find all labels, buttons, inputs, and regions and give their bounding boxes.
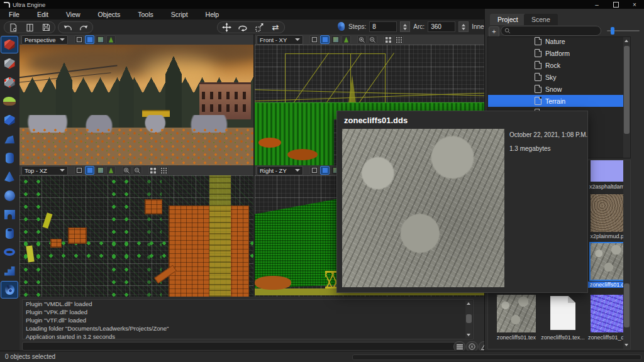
textured-mode-button[interactable] [96, 35, 105, 44]
wireframe-mode-button[interactable] [309, 166, 319, 175]
rotate-tool-button[interactable] [236, 23, 249, 32]
chevron-down-icon [295, 169, 300, 172]
undo-button[interactable] [61, 23, 74, 32]
grid-snap-button[interactable] [159, 166, 169, 175]
solid-mode-button[interactable] [85, 166, 94, 175]
spiral-primitive-button[interactable] [1, 281, 18, 299]
building-footprint [145, 199, 162, 214]
save-button[interactable] [40, 23, 52, 32]
close-button[interactable]: × [625, 0, 644, 9]
new-file-button[interactable] [7, 23, 19, 32]
torus-primitive-button[interactable] [1, 243, 18, 261]
log-lines-icon [457, 344, 463, 349]
terrain-tool-button[interactable] [1, 92, 18, 110]
scrollbar-thumb[interactable] [624, 46, 630, 134]
textured-mode-button[interactable] [96, 166, 105, 175]
thumbnail-zonecliffs01-tex-file[interactable] [543, 295, 582, 332]
asset-search-box[interactable] [501, 26, 601, 36]
wireframe-mode-button[interactable] [309, 35, 319, 44]
arch-primitive-button[interactable] [1, 206, 18, 223]
scrollbar-thumb[interactable] [624, 283, 630, 327]
perspective-view-dropdown[interactable]: Perspective [21, 35, 68, 45]
top-view-dropdown[interactable]: Top - XZ [21, 166, 68, 175]
grid-size-button[interactable] [384, 35, 393, 44]
solid-mode-button[interactable] [320, 166, 330, 175]
steps-input[interactable]: 8 [369, 21, 397, 32]
scroll-up-icon [625, 40, 628, 42]
stairs-primitive-button[interactable] [1, 262, 18, 280]
minimize-button[interactable]: – [587, 0, 606, 9]
wireframe-mode-button[interactable] [74, 35, 84, 44]
zoom-out-button[interactable] [368, 35, 377, 44]
front-viewport-header: Front - XY [255, 35, 484, 45]
menu-script[interactable]: Script [162, 11, 197, 18]
arc-input[interactable]: 360 [428, 21, 455, 32]
face-edit-tool-button[interactable] [1, 55, 18, 72]
maximize-button[interactable] [606, 0, 625, 9]
zoom-in-button[interactable] [122, 166, 131, 175]
textured-mode-button[interactable] [331, 35, 340, 44]
arc-stepper[interactable] [458, 21, 469, 32]
solid-mode-button[interactable] [85, 35, 94, 44]
zoom-out-button[interactable] [133, 166, 142, 175]
move-tool-button[interactable] [220, 23, 233, 32]
menu-edit[interactable]: Edit [28, 11, 57, 18]
tree-scrollbar[interactable] [623, 37, 630, 158]
red-cube-tool-button[interactable] [1, 36, 18, 53]
grid-size-button[interactable] [148, 166, 158, 175]
tab-project[interactable]: Project [490, 14, 526, 25]
solid-mode-button[interactable] [320, 35, 330, 44]
wireframe-cube-icon [312, 168, 317, 173]
vegetation-toggle-button[interactable] [341, 35, 351, 44]
top-viewport-canvas[interactable] [19, 175, 253, 297]
tree-item-rock[interactable]: Rock [488, 59, 630, 71]
tree-item-nature[interactable]: Nature [488, 36, 630, 47]
perspective-viewport-canvas[interactable] [19, 45, 253, 165]
vertex-edit-tool-button[interactable] [1, 74, 18, 91]
rotate-tool-icon [238, 24, 248, 31]
tree-item-sky[interactable]: Sky [488, 71, 630, 83]
right-view-label: Right - ZY [260, 167, 287, 174]
vegetation-toggle-button[interactable] [106, 35, 116, 44]
redo-button[interactable] [77, 23, 90, 32]
right-view-dropdown[interactable]: Right - ZY [257, 166, 303, 175]
thumbnail-zonecliffs01-tex[interactable] [497, 295, 536, 332]
box-primitive-button[interactable] [1, 111, 18, 129]
console-log[interactable]: Plugin "VMDL.dll" loaded Plugin "VPK.dll… [22, 299, 474, 339]
menu-objects[interactable]: Objects [89, 11, 130, 18]
search-input[interactable] [511, 27, 589, 35]
scrollbar-thumb[interactable] [466, 314, 472, 323]
wireframe-diagonal [326, 53, 362, 102]
zoom-in-button[interactable] [357, 35, 367, 44]
menu-tools[interactable]: Tools [129, 11, 162, 18]
menu-help[interactable]: Help [197, 11, 228, 18]
tree-item-terrain[interactable]: Terrain [488, 95, 630, 107]
wireframe-mode-button[interactable] [74, 166, 84, 175]
slider-thumb[interactable] [611, 27, 614, 35]
open-project-button[interactable] [23, 23, 36, 32]
steps-stepper[interactable] [400, 21, 410, 32]
tree-item-platform[interactable]: Platform [488, 47, 630, 59]
building-footprint [68, 228, 87, 244]
menu-view[interactable]: View [57, 11, 89, 18]
front-view-dropdown[interactable]: Front - XY [257, 35, 303, 45]
cone-primitive-button[interactable] [1, 168, 18, 185]
console-scrollbar[interactable] [465, 300, 472, 338]
tab-scene[interactable]: Scene [524, 14, 558, 25]
tube-primitive-button[interactable] [1, 224, 18, 242]
grid-snap-button[interactable] [394, 35, 404, 44]
vegetation-toggle-button[interactable] [106, 166, 116, 175]
scroll-down-icon [467, 334, 470, 336]
swap-axes-button[interactable]: ⇄ [269, 23, 282, 32]
wedge-primitive-button[interactable] [1, 130, 18, 148]
add-asset-button[interactable]: + [489, 26, 499, 37]
menu-file[interactable]: File [0, 11, 28, 18]
cylinder-primitive-button[interactable] [1, 149, 18, 167]
sphere-primitive-button[interactable] [1, 187, 18, 204]
step-down-icon [462, 28, 465, 30]
preview-size-slider[interactable] [607, 30, 640, 31]
thumbnails-scrollbar[interactable] [623, 160, 630, 349]
scale-tool-button[interactable] [253, 23, 265, 32]
console-input[interactable] [22, 342, 456, 351]
tree-item-snow[interactable]: Snow [488, 83, 630, 95]
